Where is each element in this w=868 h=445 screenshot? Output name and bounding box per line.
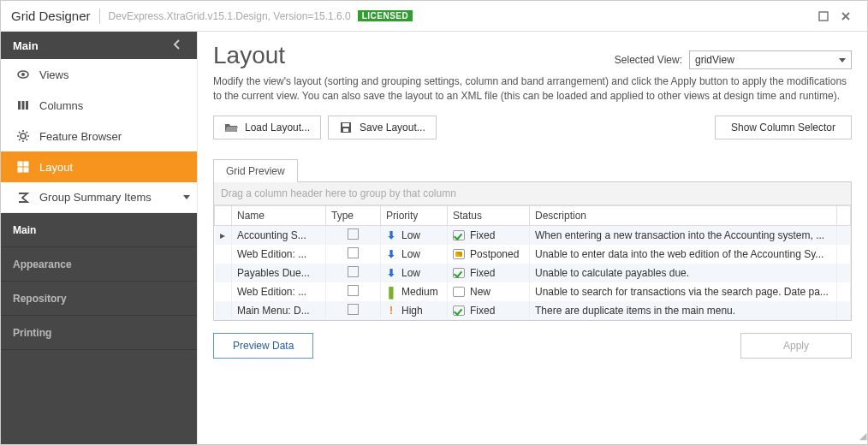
sidebar-item-label: Feature Browser (39, 130, 122, 143)
maximize-button[interactable] (812, 7, 835, 26)
sidebar-item-feature-browser[interactable]: Feature Browser (1, 121, 197, 151)
status-label: Fixed (470, 305, 495, 317)
cell-priority[interactable]: ⬇Low (381, 245, 448, 264)
table-row[interactable]: ▸Accounting S...⬇LowFixedWhen entering a… (215, 225, 851, 245)
cell-type[interactable] (326, 301, 381, 320)
sidebar-item-views[interactable]: Views (1, 59, 197, 90)
gear-icon (15, 129, 31, 143)
scrollbar-gutter-cell (837, 282, 851, 301)
resize-grip[interactable]: ◢ (859, 430, 864, 442)
scrollbar-gutter-cell (837, 301, 851, 320)
col-header-name[interactable]: Name (232, 205, 326, 225)
selected-view-dropdown[interactable]: gridView (689, 50, 852, 69)
priority-label: Low (401, 248, 420, 260)
status-fixed-icon (453, 230, 465, 240)
show-column-selector-button[interactable]: Show Column Selector (715, 116, 852, 139)
cell-description[interactable]: Unable to search for transactions via th… (530, 282, 837, 301)
columns-icon (15, 98, 31, 112)
sidebar-item-group-summary[interactable]: Group Summary Items (1, 182, 197, 213)
priority-low-icon: ⬇ (386, 230, 396, 240)
cell-status[interactable]: Fixed (448, 225, 530, 245)
checkbox-icon[interactable] (348, 304, 359, 315)
checkbox-icon[interactable] (348, 228, 359, 240)
collapse-icon[interactable] (171, 39, 185, 52)
svg-rect-5 (22, 101, 25, 110)
cell-status[interactable]: New (448, 282, 530, 301)
button-label: Apply (783, 340, 809, 352)
col-header-status[interactable]: Status (448, 205, 530, 225)
sidebar-item-columns[interactable]: Columns (1, 90, 197, 121)
sidebar-accordion: Main Appearance Repository Printing (1, 213, 197, 444)
button-label: Show Column Selector (731, 122, 835, 134)
cell-description[interactable]: There are duplicate items in the main me… (530, 301, 837, 320)
save-layout-button[interactable]: Save Layout... (328, 116, 437, 139)
cell-priority[interactable]: ⬇Low (381, 264, 448, 282)
cell-name[interactable]: Payables Due... (232, 264, 326, 282)
svg-line-13 (27, 139, 28, 141)
checkbox-icon[interactable] (348, 285, 359, 296)
sidebar-item-label: Views (39, 68, 68, 81)
svg-rect-21 (342, 123, 349, 127)
cell-status[interactable]: Postponed (448, 245, 530, 264)
cell-name[interactable]: Web Edition: ... (232, 245, 326, 264)
priority-low-icon: ⬇ (386, 249, 396, 259)
button-label: Save Layout... (360, 122, 425, 134)
svg-rect-18 (18, 168, 22, 172)
cell-priority[interactable]: ⬇Low (381, 225, 448, 245)
layout-toolbar: Load Layout... Save Layout... Show Colum… (213, 116, 852, 139)
status-new-icon (453, 287, 465, 297)
page-description: Modify the view's layout (sorting and gr… (213, 74, 852, 104)
status-label: Fixed (470, 229, 495, 241)
table-row[interactable]: Web Edition: ...⬇LowPostponedUnable to e… (215, 245, 851, 264)
chevron-down-icon (839, 58, 846, 62)
cell-type[interactable] (326, 264, 381, 282)
col-header-description[interactable]: Description (530, 205, 837, 225)
accordion-main[interactable]: Main (1, 213, 197, 247)
cell-name[interactable]: Main Menu: D... (232, 301, 326, 320)
table-row[interactable]: Web Edition: ...❚MediumNewUnable to sear… (215, 282, 851, 301)
cell-type[interactable] (326, 282, 381, 301)
cell-type[interactable] (326, 245, 381, 264)
sidebar-item-label: Columns (39, 99, 83, 112)
row-pointer-icon: ▸ (220, 229, 225, 241)
cell-priority[interactable]: ❚Medium (381, 282, 448, 301)
col-header-priority[interactable]: Priority (381, 205, 448, 225)
table-row[interactable]: Payables Due...⬇LowFixedUnable to calcul… (215, 264, 851, 282)
apply-button[interactable]: Apply (740, 333, 852, 359)
group-panel-hint[interactable]: Drag a column header here to group by th… (214, 182, 851, 205)
svg-rect-16 (18, 162, 22, 166)
table-row[interactable]: Main Menu: D...!HighFixedThere are dupli… (215, 301, 851, 320)
page-title: Layout (213, 42, 285, 69)
sidebar-item-layout[interactable]: Layout (1, 151, 197, 182)
sidebar-section-main[interactable]: Main (1, 32, 197, 59)
checkbox-icon[interactable] (348, 247, 359, 258)
close-icon (841, 11, 851, 21)
button-label: Load Layout... (245, 122, 310, 134)
col-header-type[interactable]: Type (326, 205, 381, 225)
cell-status[interactable]: Fixed (448, 301, 530, 320)
accordion-repository[interactable]: Repository (1, 282, 197, 316)
preview-data-button[interactable]: Preview Data (213, 333, 313, 359)
cell-description[interactable]: When entering a new transaction into the… (530, 225, 837, 245)
tab-grid-preview[interactable]: Grid Preview (213, 159, 298, 182)
accordion-appearance[interactable]: Appearance (1, 247, 197, 282)
accordion-label: Main (13, 224, 36, 236)
cell-name[interactable]: Accounting S... (232, 225, 326, 245)
cell-status[interactable]: Fixed (448, 264, 530, 282)
svg-rect-4 (18, 101, 21, 110)
checkbox-icon[interactable] (348, 266, 359, 277)
load-layout-button[interactable]: Load Layout... (213, 116, 321, 139)
cell-description[interactable]: Unable to enter data into the web editio… (530, 245, 837, 264)
cell-name[interactable]: Web Edition: ... (232, 282, 326, 301)
cell-description[interactable]: Unable to calculate payables due. (530, 264, 837, 282)
close-button[interactable] (835, 7, 857, 26)
cell-type[interactable] (326, 225, 381, 245)
tab-label: Grid Preview (226, 165, 285, 177)
cell-priority[interactable]: !High (381, 301, 448, 320)
status-label: Postponed (470, 248, 519, 260)
accordion-printing[interactable]: Printing (1, 316, 197, 350)
sidebar-item-label: Layout (39, 161, 73, 174)
scrollbar-gutter-cell (837, 245, 851, 264)
svg-point-3 (21, 73, 25, 76)
save-icon (339, 121, 353, 134)
